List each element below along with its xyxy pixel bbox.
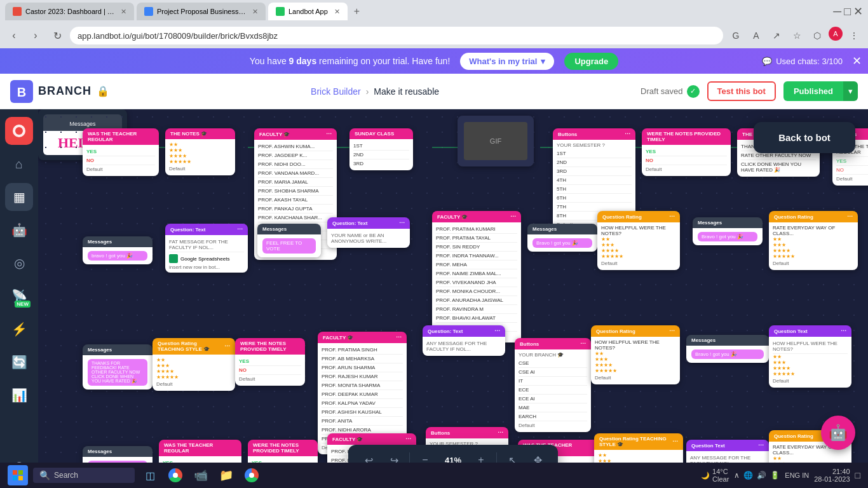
share-icon[interactable]: ↗ bbox=[768, 27, 785, 44]
tab-3[interactable]: Landbot App ✕ bbox=[268, 3, 348, 20]
node-messages-faculty-2[interactable]: FACULTY 🎓 ⋯ PROF. PRATIMA KUMARI PROF. P… bbox=[432, 211, 521, 342]
node-menu-37[interactable]: ⋯ bbox=[758, 442, 764, 449]
sidebar-item-integrations[interactable]: ⚡ bbox=[5, 315, 33, 343]
profile-icon[interactable]: A bbox=[829, 27, 843, 41]
sidebar-item-dashboard[interactable]: ▦ bbox=[5, 183, 33, 211]
taskbar-explorer[interactable]: 📁 bbox=[216, 465, 236, 485]
node-menu-28[interactable]: ⋯ bbox=[841, 328, 846, 334]
node-menu-11[interactable]: ⋯ bbox=[237, 226, 243, 233]
refresh-button[interactable]: ↻ bbox=[48, 27, 66, 44]
node-menu-16[interactable]: ⋯ bbox=[669, 214, 675, 220]
taskbar-search[interactable]: 🔍 Search bbox=[33, 468, 135, 483]
taskbar-browser[interactable] bbox=[165, 465, 186, 485]
chevron-up-icon[interactable]: ∧ bbox=[734, 471, 740, 480]
menu-icon[interactable]: ⋮ bbox=[845, 27, 863, 44]
node-menu-23[interactable]: ⋯ bbox=[396, 334, 402, 341]
sidebar-item-bot[interactable]: 🤖 bbox=[5, 216, 33, 244]
sidebar-item-channels[interactable]: 🔄 bbox=[5, 348, 33, 376]
node-body-21: ★★ ★★★ ★★★★ ★★★★★ Default bbox=[153, 355, 235, 391]
bookmark-icon[interactable]: ☆ bbox=[788, 27, 806, 44]
node-question-text-1[interactable]: Question: Text ⋯ FAT MESSAGE FOR THE FAC… bbox=[165, 224, 248, 273]
node-messages-bravo-1[interactable]: Messages bravo ! got you 🎉 bbox=[83, 236, 153, 264]
node-question-rating-1[interactable]: Question Rating ⋯ HOW HELPFUL WERE THE N… bbox=[597, 211, 680, 270]
node-question-text-2[interactable]: Question: Text ⋯ YOUR NAME or BE AN ANON… bbox=[327, 217, 410, 248]
node-messages-bravo-3[interactable]: Messages Bravo ! got you 🎉 bbox=[693, 217, 763, 245]
node-menu-26[interactable]: ⋯ bbox=[669, 328, 675, 334]
taskbar-chrome-app[interactable] bbox=[241, 465, 262, 485]
maximize-button[interactable]: □ bbox=[844, 5, 851, 18]
tab3-close[interactable]: ✕ bbox=[334, 8, 340, 16]
close-window-button[interactable]: ✕ bbox=[853, 4, 863, 18]
taskbar-teams[interactable]: 📹 bbox=[191, 465, 211, 485]
node-menu-34[interactable]: ⋯ bbox=[498, 430, 503, 436]
node-messages-bravo-2[interactable]: Messages Bravo ! got you 🎉 bbox=[527, 224, 597, 252]
tab2-close[interactable]: ✕ bbox=[252, 8, 258, 16]
test-bot-button[interactable]: Test this bot bbox=[707, 81, 776, 101]
node-body-26: HOW HELPFUL WERE THE NOTES? ★★ ★★★ ★★★★ … bbox=[591, 337, 680, 384]
node-messages-1[interactable]: Messages FEEL FREE TO VOTE bbox=[257, 224, 321, 257]
node-messages-bravo-4[interactable]: Messages Bravo ! got you 🎉 bbox=[686, 335, 769, 363]
forward-button[interactable]: › bbox=[27, 27, 44, 44]
sidebar-item-logo[interactable] bbox=[5, 117, 33, 145]
node-sunday-class[interactable]: SUNDAY CLASS 1ST 2ND 3RD bbox=[349, 128, 413, 170]
node-the-notes-1[interactable]: THE NOTES 🎓 ★★ ★★★ ★★★★ ★★★★★ Default bbox=[165, 128, 235, 175]
node-body-22: YES NO Default bbox=[235, 355, 305, 386]
node-menu-21[interactable]: ⋯ bbox=[224, 343, 230, 349]
node-header-31: WAS THE TEACHER REGULAR bbox=[159, 440, 241, 456]
node-menu-14[interactable]: ⋯ bbox=[510, 214, 516, 220]
volume-icon[interactable]: 🔊 bbox=[757, 471, 766, 480]
banner-close-button[interactable]: ✕ bbox=[852, 54, 862, 68]
node-question-text-4[interactable]: Question Text ⋯ HOW HELPFUL WERE THE NOT… bbox=[769, 325, 851, 388]
node-menu-36[interactable]: ⋯ bbox=[672, 438, 678, 445]
taskbar-widgets[interactable]: ◫ bbox=[140, 465, 160, 485]
node-was-teacher-regular-1[interactable]: WAS THE TEACHER REGULAR YES NO Default bbox=[83, 128, 159, 176]
tab-2[interactable]: Project Proposal Business Presen... ✕ bbox=[137, 3, 266, 20]
chatbot-avatar[interactable]: 🤖 bbox=[821, 416, 855, 450]
minimize-button[interactable]: ─ bbox=[833, 5, 841, 18]
lock-icon: 🔒 bbox=[97, 85, 109, 97]
node-menu-24[interactable]: ⋯ bbox=[494, 328, 500, 334]
node-buttons-notes-timely-2[interactable]: WERE THE NOTES PROVIDED TIMELY YES NO De… bbox=[235, 338, 305, 386]
node-question-rating-3[interactable]: Question Rating ⋯ HOW HELPFUL WERE THE N… bbox=[591, 325, 680, 384]
network-icon[interactable]: 🌐 bbox=[743, 471, 753, 480]
address-input[interactable] bbox=[70, 27, 723, 44]
node-were-notes-timely-1[interactable]: WERE THE NOTES PROVIDED TIMELY YES NO De… bbox=[642, 128, 731, 176]
node-question-rating-teaching[interactable]: Question Rating TEACHING STYLE 🎓 ⋯ ★★ ★★… bbox=[153, 338, 235, 391]
back-button[interactable]: ‹ bbox=[5, 27, 23, 44]
node-question-rating-2[interactable]: Question Rating ⋯ RATE EVERYDAY WAY OF C… bbox=[769, 211, 858, 270]
svg-point-3 bbox=[15, 127, 23, 135]
canvas[interactable]: Back to bot WAS THE TEACHER REGULAR YES … bbox=[38, 109, 868, 488]
notifications-icon[interactable]: □ bbox=[855, 470, 860, 480]
start-button[interactable] bbox=[8, 465, 28, 485]
tab-1[interactable]: Castor 2023: Dashboard | Devfol... ✕ bbox=[5, 3, 134, 20]
google-icon[interactable]: G bbox=[727, 27, 745, 44]
sidebar-item-whatsapp[interactable]: ◎ bbox=[5, 249, 33, 277]
published-button[interactable]: Published bbox=[783, 81, 843, 101]
battery-icon[interactable]: 🔋 bbox=[770, 471, 780, 480]
node-label-4: SUNDAY CLASS bbox=[355, 131, 394, 137]
node-menu-icon[interactable]: ⋯ bbox=[326, 131, 332, 137]
node-question-text-3[interactable]: Question: Text ⋯ ANY MESSAGE FOR THE FAC… bbox=[423, 325, 505, 356]
node-buttons-semester-3[interactable]: Buttons ⋯ YOUR BRANCH 🎓 CSE CSE AI IT EC… bbox=[515, 338, 591, 432]
sidebar-item-home[interactable]: ⌂ bbox=[5, 150, 33, 178]
extension-icon[interactable]: ⬡ bbox=[808, 27, 826, 44]
node-menu-18[interactable]: ⋯ bbox=[847, 214, 853, 220]
node-menu-25[interactable]: ⋯ bbox=[580, 341, 586, 347]
published-chevron-button[interactable]: ▾ bbox=[843, 81, 858, 101]
sidebar-item-reports[interactable]: 📊 bbox=[5, 381, 33, 409]
new-tab-button[interactable]: + bbox=[350, 6, 363, 17]
node-messages-thanks-1[interactable]: Messages THANKS FOR FEEDBACK! RATE OTHER… bbox=[83, 344, 153, 390]
whats-in-trial-button[interactable]: What's in my trial ▾ bbox=[460, 53, 554, 70]
node-menu-13[interactable]: ⋯ bbox=[399, 220, 405, 226]
upgrade-button[interactable]: Upgrade bbox=[564, 53, 618, 70]
make-reusable-button[interactable]: Make it reusable bbox=[374, 86, 439, 97]
node-menu-6[interactable]: ⋯ bbox=[625, 131, 630, 137]
translate-icon[interactable]: A bbox=[747, 27, 765, 44]
back-to-bot-panel[interactable]: Back to bot bbox=[754, 122, 855, 153]
brick-builder-link[interactable]: Brick Builder bbox=[311, 86, 361, 97]
node-gif-1[interactable]: GIF bbox=[458, 116, 534, 166]
sidebar-item-broadcast[interactable]: 📡 NEW bbox=[5, 282, 33, 310]
tab1-close[interactable]: ✕ bbox=[121, 8, 126, 16]
node-menu-33[interactable]: ⋯ bbox=[405, 436, 411, 442]
logo-svg: B bbox=[10, 80, 33, 103]
